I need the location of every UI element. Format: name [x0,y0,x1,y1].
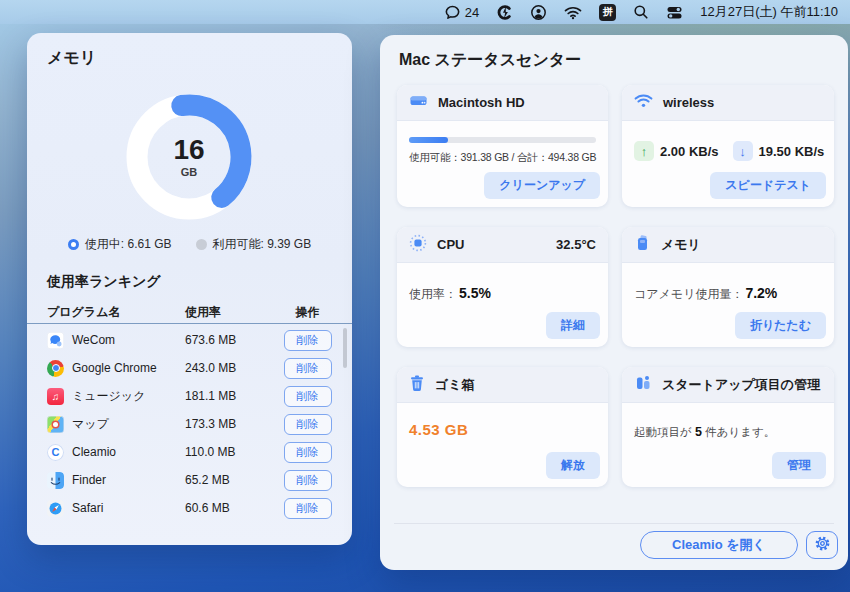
ranking-title: 使用率ランキング [47,273,161,291]
footer-divider [394,523,834,524]
startup-text-after: 件あります。 [702,426,775,438]
legend-free: 利用可能: 9.39 GB [196,236,312,253]
cleamio-menu-icon [496,4,513,21]
disk-card-title: Macintosh HD [438,95,525,110]
table-divider [27,323,352,324]
release-button[interactable]: 解放 [546,452,600,479]
used-label: 使用中: 6.61 GB [85,236,172,253]
date-time-label: 12月27日(土) 午前11:10 [700,3,838,21]
finder-app-icon [47,472,64,489]
status-center-panel: Mac ステータスセンター Macintosh HD 使用可能：391.38 G… [380,35,848,570]
memory-total-unit: GB [181,166,198,178]
memory-card-title: メモリ [661,236,701,254]
collapse-button[interactable]: 折りたたむ [735,312,826,339]
account-menu-item[interactable] [530,0,547,24]
cleamio-app-icon: C [47,444,64,461]
delete-button[interactable]: 削除 [284,414,332,435]
table-row: C Cleamio 110.0 MB 削除 [27,438,352,466]
used-dot-icon [68,239,79,250]
delete-button[interactable]: 削除 [284,330,332,351]
ime-icon: 拼 [599,4,616,21]
table-row: WeCom 673.6 MB 削除 [27,326,352,354]
disk-progress-fill [409,137,448,143]
cpu-card-title: CPU [437,237,464,252]
wecom-app-icon [47,332,64,349]
status-center-title: Mac ステータスセンター [399,50,581,71]
wireless-card-header: wireless [622,85,834,121]
cpu-detail-button[interactable]: 詳細 [546,312,600,339]
app-name: Finder [72,473,106,487]
chat-status-item[interactable]: 24 [444,0,479,24]
memory-donut-chart: 16 GB [119,87,259,227]
upload-speed: ↑ 2.00 KB/s [634,141,719,161]
search-menu-item[interactable] [633,0,649,24]
delete-button[interactable]: 削除 [284,386,332,407]
cpu-usage-value: 5.5% [459,285,491,301]
cpu-card-header: CPU 32.5°C [397,227,608,263]
gear-icon [814,535,831,555]
memory-panel: メモリ 16 GB 使用中: 6.61 GB 利用可能: 9.39 GB 使用率… [27,33,352,545]
core-memory-value: 7.2% [745,285,777,301]
delete-button[interactable]: 削除 [284,470,332,491]
startup-card-title: スタートアップ項目の管理 [662,376,820,394]
app-usage: 65.2 MB [179,473,277,487]
menu-bar: 24 拼 12月27日(土) 午前11:10 [0,0,850,24]
clock-item[interactable]: 12月27日(土) 午前11:10 [700,0,838,24]
download-speed: ↓ 19.50 KB/s [733,141,825,161]
table-header-row: プログラム名 使用率 操作 [27,301,352,323]
startup-count: 5 [695,425,702,439]
delete-button[interactable]: 削除 [284,498,332,519]
col-usage: 使用率 [179,304,277,321]
cleanup-button[interactable]: クリーンアップ [484,172,600,199]
control-center-menu-item[interactable] [666,0,683,24]
memory-card: メモリ コアメモリ使用量：7.2% 折りたたむ [622,227,834,347]
col-program-name: プログラム名 [47,304,179,321]
delete-button[interactable]: 削除 [284,358,332,379]
delete-button[interactable]: 削除 [284,442,332,463]
cleamio-menu-item[interactable] [496,0,513,24]
trash-card-header: ゴミ箱 [397,367,608,403]
wifi-menu-item[interactable] [564,0,582,24]
app-name: WeCom [72,333,115,347]
speedtest-button[interactable]: スピードテスト [710,172,826,199]
donut-center-label: 16 GB [119,87,259,227]
disk-detail-text: 使用可能：391.38 GB / 合計：494.38 GB [409,151,596,165]
wifi-icon [564,5,582,20]
settings-button[interactable] [806,531,838,559]
upload-arrow-icon: ↑ [634,141,654,161]
memory-chip-icon [634,234,651,256]
app-name: Google Chrome [72,361,157,375]
startup-items-icon [634,374,652,396]
control-center-icon [666,5,683,20]
cpu-temperature: 32.5°C [556,237,596,252]
app-usage: 181.1 MB [179,389,277,403]
cpu-card: CPU 32.5°C 使用率：5.5% 詳細 [397,227,608,347]
hard-drive-icon [409,92,428,113]
app-name: Cleamio [72,445,116,459]
disk-progress-bar [409,137,596,143]
trash-card-title: ゴミ箱 [435,376,475,394]
trash-card: ゴミ箱 4.53 GB 解放 [397,367,608,487]
table-row: Finder 65.2 MB 削除 [27,466,352,494]
music-app-icon: ♫ [47,388,64,405]
table-scrollbar[interactable] [343,328,347,368]
table-row: Safari 60.6 MB 削除 [27,494,352,522]
usage-table: プログラム名 使用率 操作 WeCom 673.6 MB 削除 Google C… [27,301,352,522]
account-icon [530,4,547,21]
app-name: ミュージック [72,388,145,405]
app-usage: 673.6 MB [179,333,277,347]
startup-count-line: 起動項目が 5 件あります。 [634,425,775,440]
startup-card-header: スタートアップ項目の管理 [622,367,834,403]
cpu-usage-line: 使用率：5.5% [409,285,491,303]
search-icon [633,4,649,20]
memory-card-header: メモリ [622,227,834,263]
memory-legend: 使用中: 6.61 GB 利用可能: 9.39 GB [27,236,352,253]
memory-panel-title: メモリ [47,48,96,69]
free-label: 利用可能: 9.39 GB [213,236,312,253]
open-cleamio-button[interactable]: Cleamio を開く [640,531,798,559]
app-name: Safari [72,501,103,515]
network-speeds: ↑ 2.00 KB/s ↓ 19.50 KB/s [634,141,824,161]
manage-button[interactable]: 管理 [772,452,826,479]
app-usage: 173.3 MB [179,417,277,431]
ime-menu-item[interactable]: 拼 [599,0,616,24]
